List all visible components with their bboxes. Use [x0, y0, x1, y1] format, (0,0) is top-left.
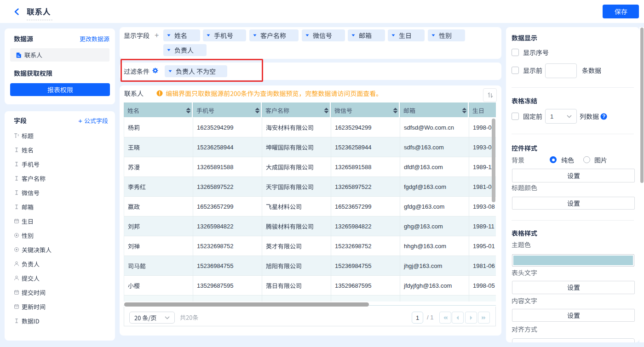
- svg-text:?: ?: [602, 114, 605, 119]
